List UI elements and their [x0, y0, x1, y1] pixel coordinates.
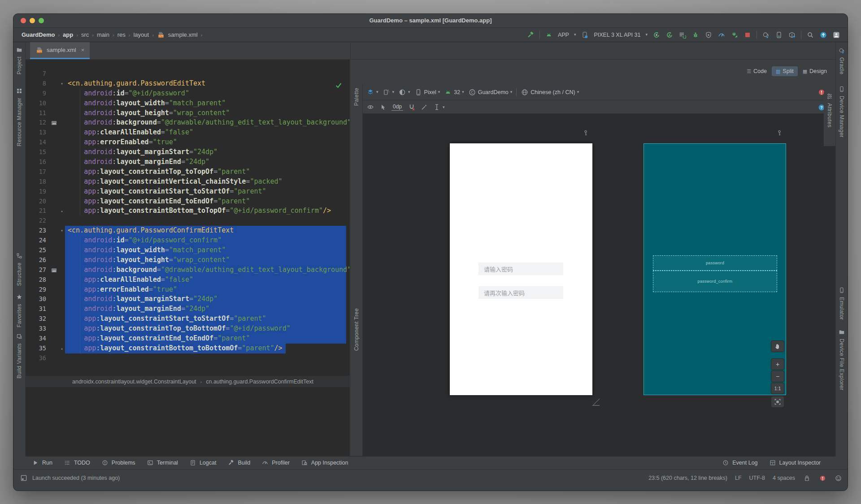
fold-marker-icon[interactable]: ▾ [61, 226, 63, 236]
password-field[interactable]: 请输入密码 [478, 263, 563, 275]
update-icon[interactable] [819, 31, 827, 39]
code-line[interactable]: 8▾<cn.authing.guard.PasswordEditText [26, 79, 350, 89]
code-line[interactable]: 32 app:layout_constraintStart_toStartOf=… [26, 314, 350, 324]
title-bar[interactable]: GuardDemo – sample.xml [GuardDemo.app] [13, 14, 848, 28]
toolwindow-button-profiler[interactable]: Profiler [261, 459, 290, 467]
sync-project-icon[interactable] [731, 31, 739, 39]
zoom-reset-button[interactable]: 1:1 [771, 383, 784, 394]
fold-marker-icon[interactable]: ▴ [61, 344, 63, 353]
chevron-down-icon[interactable]: ▾ [645, 33, 648, 37]
code-editor[interactable]: 78▾<cn.authing.guard.PasswordEditText9 a… [26, 60, 350, 375]
code-line[interactable]: 7 [26, 69, 350, 79]
code-line[interactable]: 35▴ app:layout_constraintBottom_toBottom… [26, 344, 350, 353]
sdk-manager-icon[interactable] [788, 31, 796, 39]
toolwindow-button-logcat[interactable]: Logcat [189, 459, 217, 467]
night-mode-icon[interactable] [398, 88, 406, 96]
code-line[interactable]: 19 app:layout_constraintStart_toStartOf=… [26, 187, 350, 197]
code-line[interactable]: 16 android:layout_marginEnd="24dp" [26, 157, 350, 167]
toolwindow-button-event-log[interactable]: Event Log [722, 459, 757, 467]
view-mode-code[interactable]: ☰Code [743, 66, 771, 76]
gradle-sync-icon[interactable] [762, 31, 770, 39]
sidebar-item-gradle[interactable]: Gradle [836, 47, 848, 74]
apply-changes-icon[interactable] [652, 31, 661, 39]
indent-size[interactable]: 4 spaces [773, 475, 795, 481]
palette-tab[interactable]: Palette [351, 88, 362, 106]
line-ending[interactable]: LF [735, 475, 742, 481]
build-hammer-icon[interactable] [526, 31, 535, 39]
code-line[interactable]: 21▴ app:layout_constraintBottom_toTopOf=… [26, 206, 350, 216]
caret-position[interactable]: 23:5 (620 chars, 12 line breaks) [648, 475, 727, 481]
code-line[interactable]: 14 app:errorEnabled="true" [26, 138, 350, 147]
close-icon[interactable]: × [81, 47, 85, 53]
sidebar-item-device-manager[interactable]: Device Manager [836, 85, 848, 138]
toolwindow-button-problems[interactable]: Problems [101, 459, 135, 467]
sidebar-item-resource-manager[interactable]: Resource Manager [13, 87, 25, 146]
code-line[interactable]: 26 android:layout_height="wrap_content" [26, 255, 350, 265]
code-line[interactable]: 27 android:background="@drawable/authing… [26, 265, 350, 275]
design-preview-phone[interactable]: 请输入密码 请再次输入密码 [450, 143, 592, 395]
blueprint-preview-phone[interactable]: password password_confirm [644, 143, 786, 395]
apply-code-changes-icon[interactable]: A [665, 31, 674, 39]
locale-dropdown[interactable]: Chinese (zh / CN)▾ [521, 88, 579, 96]
cursor-icon[interactable] [379, 103, 387, 111]
tab-sample-xml[interactable]: </> sample.xml × [30, 42, 90, 59]
blueprint-password-box[interactable]: password [653, 255, 777, 271]
fit-screen-button[interactable] [771, 396, 784, 408]
code-line[interactable]: 28 app:clearAllEnabled="false" [26, 275, 350, 285]
toolwindow-icon[interactable] [20, 474, 28, 482]
stop-icon[interactable] [744, 31, 752, 39]
device-manager-icon[interactable] [775, 31, 783, 39]
code-line[interactable]: 18 app:layout_constraintVertical_chainSt… [26, 177, 350, 187]
layers-icon[interactable] [366, 88, 374, 96]
sidebar-item-device-file-explorer[interactable]: Device File Explorer [836, 328, 848, 390]
image-preview-icon[interactable] [51, 119, 58, 126]
zoom-out-button[interactable]: − [771, 370, 784, 382]
infer-constraints-icon[interactable] [420, 103, 428, 111]
lock-icon[interactable] [803, 474, 811, 482]
toolwindow-button-todo[interactable]: TODO [63, 459, 90, 467]
device-selector[interactable]: PIXEL 3 XL API 31 [594, 32, 640, 38]
code-line[interactable]: 29 app:errorEnabled="true" [26, 285, 350, 295]
chevron-down-icon[interactable]: ▾ [574, 33, 576, 37]
sidebar-item-build-variants[interactable]: Build Variants [13, 332, 25, 379]
code-line[interactable]: 24 android:id="@+id/password_confirm" [26, 236, 350, 246]
rerun-tasks-icon[interactable] [678, 31, 687, 39]
run-config-selector[interactable]: APP [558, 32, 569, 38]
breadcrumb-item[interactable]: sample.xml [168, 31, 198, 38]
breadcrumb-item[interactable]: androidx.constraintlayout.widget.Constra… [72, 379, 196, 385]
code-line[interactable]: 11 android:layout_height="wrap_content" [26, 108, 350, 118]
api-dropdown[interactable]: 32▾ [444, 88, 464, 96]
code-line[interactable]: 30 android:layout_marginStart="24dp" [26, 294, 350, 304]
code-line[interactable]: 20 app:layout_constraintEnd_toEndOf="par… [26, 197, 350, 207]
design-surface[interactable]: 请输入密码 请再次输入密码 password password_confirm … [363, 114, 835, 457]
breadcrumb-item[interactable]: cn.authing.guard.PasswordConfirmEditText [206, 379, 313, 385]
breadcrumb-item[interactable]: app [63, 31, 73, 38]
view-mode-split[interactable]: ▥Split [772, 66, 798, 76]
code-line[interactable]: 10 android:layout_width="match_parent" [26, 99, 350, 108]
zoom-in-button[interactable]: + [771, 358, 784, 370]
toolwindow-button-build[interactable]: Build [227, 459, 250, 467]
search-icon[interactable] [806, 31, 814, 39]
theme-dropdown[interactable]: C GuardDemo▾ [468, 88, 513, 96]
sidebar-item-project[interactable]: Project [13, 46, 25, 74]
eye-icon[interactable] [366, 103, 374, 111]
blueprint-password-confirm-box[interactable]: password_confirm [653, 271, 777, 292]
breadcrumb-item[interactable]: main [97, 31, 109, 38]
pan-hand-button[interactable] [771, 340, 784, 352]
breadcrumb-item[interactable]: src [81, 31, 89, 38]
code-line[interactable]: 12 android:background="@drawable/authing… [26, 118, 350, 128]
attributes-tab[interactable]: Attributes [824, 92, 835, 146]
code-line[interactable]: 23▾<cn.authing.guard.PasswordConfirmEdit… [26, 226, 350, 236]
sidebar-item-emulator[interactable]: Emulator [836, 286, 848, 320]
profiler-icon[interactable] [718, 31, 726, 39]
attach-debugger-icon[interactable] [704, 31, 713, 39]
component-tree-tab[interactable]: Component Tree [351, 308, 362, 351]
text-tool-icon[interactable] [433, 103, 441, 111]
code-line[interactable]: 22 [26, 216, 350, 226]
breadcrumb-item[interactable]: layout [133, 31, 149, 38]
device-dropdown[interactable]: Pixel▾ [414, 88, 440, 96]
code-line[interactable]: 33 app:layout_constraintTop_toBottomOf="… [26, 324, 350, 334]
fold-marker-icon[interactable]: ▴ [61, 206, 63, 216]
code-line[interactable]: 25 android:layout_width="match_parent" [26, 246, 350, 255]
image-preview-icon[interactable] [51, 267, 58, 274]
